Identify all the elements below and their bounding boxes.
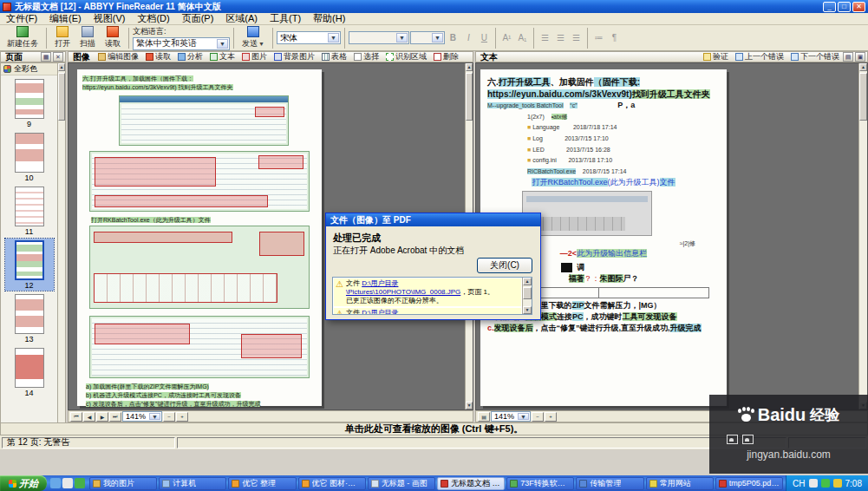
text-view-icon[interactable]: ▤ [478, 412, 490, 422]
taskbar-item[interactable]: 传输管理 [576, 477, 643, 490]
menu-item[interactable]: 视图(V) [88, 12, 132, 25]
image-tool-picture-area[interactable]: 图片 [238, 52, 271, 62]
superscript-button[interactable]: A¹ [499, 30, 514, 45]
thumbnail-page-12[interactable]: 12 [5, 239, 54, 291]
tray-icon[interactable] [821, 479, 830, 488]
taskbar-item[interactable]: 优它 整理 [228, 477, 296, 490]
color-filter-select[interactable]: 全彩色 [1, 63, 65, 75]
menu-item[interactable]: 文档(D) [131, 12, 175, 25]
quick-launch-icon[interactable] [50, 478, 61, 488]
paragraph-button[interactable]: ¶ [607, 30, 622, 45]
tray-icon[interactable] [833, 479, 842, 488]
open-button[interactable]: 打开 [50, 26, 75, 50]
thumbnail-page-11[interactable]: 11 [5, 185, 54, 237]
image-tool-table-area[interactable]: 表格 [318, 52, 350, 62]
scan-button[interactable]: 扫描 [75, 26, 100, 50]
warning-file-link[interactable]: D:\用户目录\Pictures\100PHOTO\IMG_0011.JPG [346, 309, 460, 315]
minimize-button[interactable]: _ [823, 2, 836, 12]
taskbar-item[interactable]: 我的图片 [89, 477, 157, 490]
italic-button[interactable]: I [461, 30, 476, 45]
menu-item[interactable]: 工具(T) [264, 12, 307, 25]
taskbar-item[interactable]: 计算机 [159, 477, 226, 490]
scroll-down-icon[interactable]: ▼ [466, 402, 473, 409]
first-page-button[interactable]: ⏮ [70, 412, 82, 422]
tray-language-indicator[interactable]: CH [793, 479, 805, 488]
doc-language-select[interactable]: 繁体中文和英语 ▼ [133, 37, 230, 50]
menu-item[interactable]: 帮助(H) [307, 12, 351, 25]
pages-options-icon[interactable]: ▦ [41, 52, 51, 62]
font-select[interactable]: ▼ [349, 31, 409, 44]
pages-scrollbar[interactable]: ▲ ▼ [57, 63, 65, 435]
warning-item[interactable]: ⚠文件 D:\用户目录\Pictures\100PHOTO\IMG_0011.J… [334, 308, 521, 315]
align-left-button[interactable]: ☰ [538, 30, 552, 45]
taskbar-item[interactable]: 无标题 - 画图 [368, 477, 435, 490]
pages-close-icon[interactable]: ✕ [53, 52, 63, 62]
scroll-up-icon[interactable]: ▲ [58, 63, 65, 71]
font-size-select[interactable]: ▼ [410, 31, 445, 44]
zoom-in-icon[interactable]: + [545, 412, 557, 422]
scroll-up-icon[interactable]: ▲ [466, 63, 473, 71]
text-tool-prev-error[interactable]: 上一个错误 [732, 52, 787, 62]
image-tool-read[interactable]: 读取 [142, 52, 174, 62]
subscript-button[interactable]: A₁ [515, 30, 530, 45]
new-task-button[interactable]: 新建任务 [3, 26, 42, 50]
tray-clock[interactable]: 7:08 [845, 479, 862, 488]
quick-launch-icon[interactable] [75, 478, 85, 488]
taskbar-item[interactable]: 优它 图材·素拼很... [298, 477, 366, 490]
scroll-up-icon[interactable]: ▲ [859, 63, 867, 71]
taskbar-item[interactable]: 常用网站 [646, 477, 714, 490]
text-tool-verify[interactable]: 验证 [700, 52, 732, 62]
read-button[interactable]: 读取 [101, 26, 125, 50]
image-zoom-select[interactable]: 141%▼ [122, 411, 162, 422]
warning-item[interactable]: ⚠文件 D:\用户目录\Pictures\100PHOTO\IMG_0008.J… [334, 278, 521, 306]
zoom-in-icon[interactable]: + [176, 412, 188, 422]
thumbnail-page-10[interactable]: 10 [5, 131, 54, 183]
text-tool-next-error[interactable]: 下一个错误 [787, 52, 843, 62]
scanned-page[interactable]: 六.打开升级工具，加载固件（固件下载： https://eyun.baidu.c… [77, 69, 322, 406]
close-button[interactable]: ✕ [852, 2, 865, 12]
scroll-down-icon[interactable]: ▼ [523, 306, 532, 314]
menu-item[interactable]: 文件(F) [0, 12, 43, 25]
style-select[interactable]: 宋体 ▼ [277, 31, 341, 44]
thumbnail-page-13[interactable]: 13 [5, 292, 54, 344]
image-tool-text-area[interactable]: 文本 [206, 52, 238, 62]
image-tool-pencil[interactable]: 编辑图像 [95, 52, 142, 62]
send-button[interactable]: 发送▼ [238, 26, 269, 50]
warning-file-link[interactable]: D:\用户目录\Pictures\100PHOTO\IMG_0008.JPG [346, 279, 460, 296]
menu-item[interactable]: 页面(P) [176, 12, 220, 25]
taskbar-item[interactable]: tmp5P05.pdf - Foxi... [715, 477, 783, 490]
menu-item[interactable]: 区域(A) [219, 12, 264, 25]
maximize-button[interactable]: □ [838, 2, 851, 12]
dialog-scrollbar[interactable]: ▲ ▼ [522, 278, 532, 314]
bold-button[interactable]: B [446, 30, 460, 45]
dialog-title-bar[interactable]: 文件（图像）至 PDF [326, 213, 540, 226]
taskbar-item[interactable]: 无标题文档 [12] - [437, 477, 505, 490]
align-center-button[interactable]: ☰ [553, 30, 568, 45]
image-tool-recognize-area[interactable]: 识别区域 [382, 52, 430, 62]
menu-item[interactable]: 编辑(E) [43, 12, 88, 25]
next-page-button[interactable]: ▶ [96, 412, 108, 422]
quick-launch-icon[interactable] [62, 478, 73, 488]
tray-icon[interactable] [809, 479, 818, 488]
thumbnail-page-9[interactable]: 9 [5, 77, 54, 129]
align-right-button[interactable]: ☰ [569, 30, 584, 45]
prev-page-button[interactable]: ◀ [83, 412, 95, 422]
underline-button[interactable]: U [477, 30, 492, 45]
image-tool-delete[interactable]: 删除 [430, 52, 462, 62]
text-close-icon[interactable]: ▣ [855, 52, 865, 62]
text-scrollbar[interactable]: ▲ ▼ [858, 63, 867, 409]
image-tool-select[interactable]: 选择 [350, 52, 382, 62]
image-tool-bg-picture-area[interactable]: 背景图片 [271, 52, 318, 62]
last-page-button[interactable]: ⏭ [109, 412, 121, 422]
list-button[interactable]: ≔ [591, 30, 606, 45]
scroll-up-icon[interactable]: ▲ [523, 278, 532, 285]
image-tool-analyze[interactable]: 分析 [174, 52, 206, 62]
zoom-out-icon[interactable]: − [163, 412, 175, 422]
text-properties-icon[interactable]: ▤ [843, 52, 853, 62]
start-button[interactable]: 开始 [0, 475, 47, 491]
thumbnail-page-14[interactable]: 14 [5, 346, 54, 398]
zoom-out-icon[interactable]: − [532, 412, 544, 422]
taskbar-item[interactable]: 73F转换软件v86绿... [506, 477, 574, 490]
text-zoom-select[interactable]: 141%▼ [491, 411, 531, 422]
dialog-close-button[interactable]: 关闭(C) [477, 258, 532, 273]
